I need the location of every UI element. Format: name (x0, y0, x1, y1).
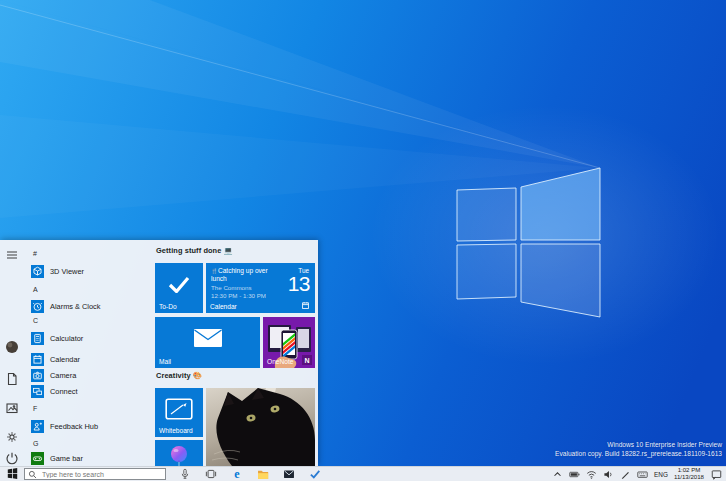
battery-status-button[interactable] (566, 467, 583, 481)
tile-paint-3d[interactable] (155, 440, 203, 466)
tile-label: OneNote (267, 358, 293, 365)
tile-label: Mail (159, 358, 171, 365)
tray-overflow-button[interactable] (549, 467, 566, 481)
taskbar-search-box[interactable] (24, 468, 166, 480)
volume-button[interactable] (600, 467, 617, 481)
user-avatar (5, 340, 19, 354)
svg-text:e: e (234, 468, 240, 480)
alarms-clock-icon (31, 300, 44, 313)
mail-icon (283, 468, 295, 480)
3d-viewer-icon (31, 265, 44, 278)
taskbar: e ENG 1:02 PM 11/13/2018 (0, 466, 726, 481)
pen-icon (620, 469, 631, 480)
expand-menu-button[interactable] (5, 248, 19, 262)
tile-photo-cat[interactable] (206, 388, 315, 466)
language-indicator[interactable]: ENG (651, 471, 671, 478)
edge-icon: e (231, 468, 243, 480)
app-list-item-calculator[interactable]: Calculator (31, 331, 151, 346)
touch-keyboard-button[interactable] (634, 467, 651, 481)
mail-button[interactable] (276, 467, 302, 481)
watermark-line-2: Evaluation copy. Build 18282.rs_prerelea… (555, 449, 722, 458)
documents-button[interactable] (5, 372, 19, 386)
mail-envelope-icon (193, 328, 223, 348)
balloon-icon (155, 440, 203, 466)
check-icon (309, 468, 321, 480)
calendar-event-title: 🍴Catching up over lunch (211, 267, 277, 283)
meal-icon: 🍴 (211, 268, 218, 274)
app-list-item-3d-viewer[interactable]: 3D Viewer (31, 264, 151, 279)
app-list-item-feedback-hub[interactable]: Feedback Hub (31, 419, 151, 434)
app-list-header-a[interactable]: A (33, 282, 143, 296)
connect-icon (31, 385, 44, 398)
keyboard-icon (637, 469, 648, 480)
task-view-button[interactable] (198, 467, 224, 481)
game-bar-icon (31, 452, 44, 465)
app-list-header-c[interactable]: C (33, 313, 143, 327)
tile-label: Calendar (210, 303, 237, 310)
tile-label: To-Do (159, 303, 177, 310)
app-list-header-g[interactable]: G (33, 436, 143, 450)
task-view-icon (205, 468, 217, 480)
clock-date: 11/13/2018 (674, 474, 704, 481)
app-label: Calendar (50, 355, 80, 364)
app-list-item-calendar[interactable]: Calendar (31, 352, 151, 367)
camera-icon (31, 369, 44, 382)
app-label: Connect (50, 387, 78, 396)
calendar-event-location: The Commons (211, 284, 252, 291)
document-icon (5, 372, 19, 386)
pen-settings-button[interactable] (617, 467, 634, 481)
start-menu: # 3D Viewer A Alarms & Clock C Calculato… (0, 240, 318, 466)
app-label: Alarms & Clock (50, 302, 101, 311)
tile-label: Whiteboard (159, 427, 193, 434)
to-do-button[interactable] (302, 467, 328, 481)
tile-whiteboard[interactable]: Whiteboard (155, 388, 203, 437)
user-account-button[interactable] (5, 340, 19, 354)
calendar-day-number: 13 (288, 272, 310, 296)
pictures-button[interactable] (5, 401, 19, 415)
feedback-hub-icon (31, 420, 44, 433)
app-list-item-alarms-clock[interactable]: Alarms & Clock (31, 299, 151, 314)
edge-button[interactable]: e (224, 467, 250, 481)
wifi-icon (586, 469, 597, 480)
calculator-icon (31, 332, 44, 345)
folder-icon (257, 468, 269, 480)
calendar-icon (31, 353, 44, 366)
cortana-voice-button[interactable] (172, 467, 198, 481)
onenote-logo: N (302, 355, 312, 365)
app-label: Game bar (50, 454, 83, 463)
settings-button[interactable] (5, 430, 19, 444)
to-do-check-icon (168, 275, 190, 293)
tile-mail[interactable]: Mail (155, 317, 260, 368)
microphone-icon (179, 468, 191, 480)
tile-group-header-getting-stuff-done[interactable]: Getting stuff done 💻 (156, 246, 233, 255)
tile-to-do[interactable]: To-Do (155, 263, 203, 313)
battery-icon (569, 469, 580, 480)
system-tray: ENG 1:02 PM 11/13/2018 (549, 467, 726, 481)
start-button[interactable] (0, 467, 24, 481)
app-label: Camera (50, 371, 76, 380)
file-explorer-button[interactable] (250, 467, 276, 481)
search-icon (28, 470, 37, 479)
hamburger-icon (5, 248, 19, 262)
app-label: Feedback Hub (50, 422, 98, 431)
app-list-item-camera[interactable]: Camera (31, 368, 151, 383)
power-button[interactable] (5, 451, 19, 465)
app-list-header-hash[interactable]: # (33, 246, 143, 260)
network-status-button[interactable] (583, 467, 600, 481)
tile-onenote[interactable]: OneNote N (263, 317, 315, 368)
search-input[interactable] (40, 470, 162, 479)
app-list-item-game-bar[interactable]: Game bar (31, 451, 151, 466)
tile-group-header-creativity[interactable]: Creativity 🎨 (156, 371, 202, 380)
watermark-line-1: Windows 10 Enterprise Insider Preview (555, 440, 722, 449)
speaker-icon (603, 469, 614, 480)
calendar-event-time: 12:30 PM - 1:30 PM (211, 292, 266, 299)
clock[interactable]: 1:02 PM 11/13/2018 (671, 467, 707, 481)
app-list-item-connect[interactable]: Connect (31, 384, 151, 399)
action-center-button[interactable] (707, 467, 726, 481)
tile-calendar[interactable]: 🍴Catching up over lunch The Commons 12:3… (206, 263, 315, 313)
pictures-icon (5, 401, 19, 415)
app-list-header-f[interactable]: F (33, 401, 143, 415)
gear-icon (5, 430, 19, 444)
chevron-up-icon (552, 469, 563, 480)
power-icon (5, 451, 19, 465)
